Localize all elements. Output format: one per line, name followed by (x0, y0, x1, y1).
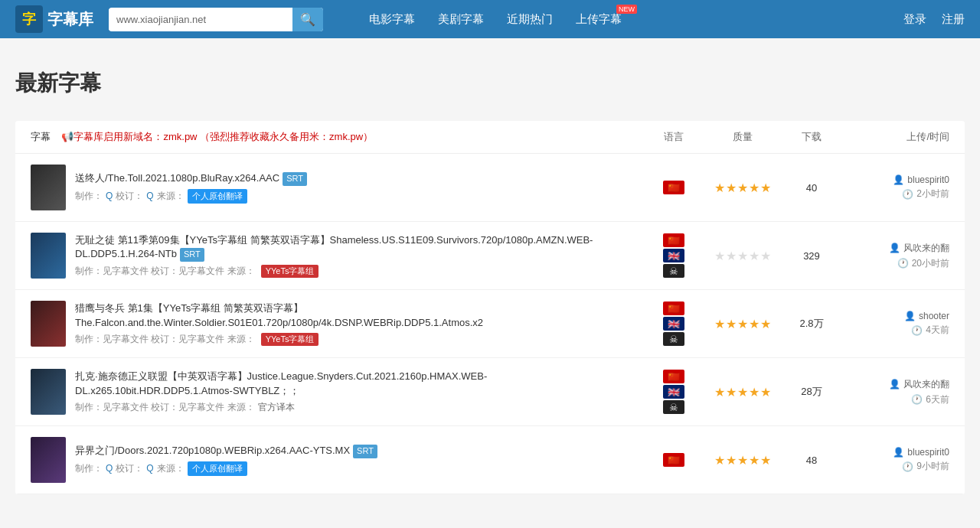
tag-srt: SRT (180, 248, 204, 261)
nav-hot[interactable]: 近期热门 (507, 12, 553, 27)
uploader-name: 👤 风吹来的翻 (842, 242, 949, 255)
star-filled: ★ (737, 181, 749, 194)
meta-check-link[interactable]: Q (146, 191, 153, 201)
star-empty: ★ (760, 249, 772, 262)
uploader-info: 👤 风吹来的翻 🕐 6天前 (842, 378, 949, 406)
star-rating: ★★★★★ (704, 453, 781, 468)
download-count: 48 (781, 455, 842, 466)
download-count: 28万 (781, 385, 842, 399)
tag-original: 个人原创翻译 (188, 189, 247, 204)
upload-time: 🕐 9小时前 (842, 460, 949, 473)
table-row: 无耻之徒 第11季第09集【YYeTs字幕组 简繁英双语字幕】Shameless… (15, 222, 965, 290)
star-empty: ★ (737, 249, 749, 262)
clock-icon: 🕐 (902, 461, 913, 472)
subtitle-link[interactable]: 猎鹰与冬兵 第1集【YYeTs字幕组 简繁英双语字幕】The.Falcon.an… (75, 302, 483, 328)
movie-thumbnail[interactable] (31, 369, 66, 415)
subtitle-meta: 制作：Q 校订：Q 来源：个人原创翻译 (75, 461, 643, 476)
uploader-name: 👤 shooter (842, 311, 949, 321)
subtitle-link[interactable]: 送终人/The.Toll.2021.1080p.BluRay.x264.AAC (75, 172, 279, 184)
uploader-username: 风吹来的翻 (903, 242, 949, 255)
tag-group: YYeTs字幕组 (261, 333, 319, 346)
star-filled: ★ (726, 454, 737, 467)
register-button[interactable]: 注册 (942, 12, 965, 27)
uploader-username: bluespirit0 (907, 447, 949, 458)
nav-movie[interactable]: 电影字幕 (369, 12, 415, 27)
meta-make-link[interactable]: Q (106, 463, 113, 474)
star-filled: ★ (737, 318, 749, 331)
user-icon: 👤 (893, 174, 904, 185)
logo[interactable]: 字 字幕库 (15, 5, 93, 33)
star-filled: ★ (749, 181, 760, 194)
uploader-username: shooter (919, 311, 949, 321)
subtitle-title: 送终人/The.Toll.2021.1080p.BluRay.x264.AACS… (75, 171, 643, 185)
flag-0: 🇨🇳 (663, 370, 684, 383)
user-icon: 👤 (889, 379, 900, 389)
star-filled: ★ (737, 386, 749, 399)
uploader-username: 风吹来的翻 (903, 378, 949, 391)
meta-check-link[interactable]: Q (146, 463, 153, 474)
subtitle-table: 字幕 📢字幕库启用新域名：zmk.pw （强烈推荐收藏永久备用米：zmk.pw）… (15, 121, 965, 494)
login-button[interactable]: 登录 (903, 12, 926, 27)
page-title: 最新字幕 (15, 69, 965, 98)
nav-us-drama[interactable]: 美剧字幕 (438, 12, 484, 27)
subtitle-meta: 制作：见字幕文件 校订：见字幕文件 来源：官方译本 (75, 401, 643, 414)
star-rating: ★★★★★ (704, 385, 781, 399)
upload-time: 🕐 4天前 (842, 324, 949, 337)
star-empty: ★ (749, 249, 760, 262)
clock-icon: 🕐 (902, 189, 913, 200)
flag-0: 🇨🇳 (663, 181, 684, 194)
col-subtitle-header: 字幕 📢字幕库启用新域名：zmk.pw （强烈推荐收藏永久备用米：zmk.pw） (31, 130, 643, 144)
subtitle-meta: 制作：Q 校订：Q 来源：个人原创翻译 (75, 189, 643, 204)
tag-group: YYeTs字幕组 (261, 265, 319, 278)
col-lang-label: 语言 (664, 131, 684, 142)
subtitle-link[interactable]: 异界之门/Doors.2021.720p1080p.WEBRip.x264.AA… (75, 445, 350, 456)
tag-srt: SRT (283, 172, 307, 185)
header-right: 登录 注册 (903, 12, 965, 27)
time-label: 6天前 (926, 393, 949, 406)
clock-icon: 🕐 (911, 325, 923, 336)
subtitle-title: 猎鹰与冬兵 第1集【YYeTs字幕组 简繁英双语字幕】The.Falcon.an… (75, 301, 643, 329)
logo-text: 字幕库 (47, 9, 93, 30)
table-body: 送终人/The.Toll.2021.1080p.BluRay.x264.AACS… (15, 154, 965, 494)
uploader-info: 👤 风吹来的翻 🕐 20小时前 (842, 242, 949, 270)
search-bar: 🔍 (109, 8, 323, 31)
nav-upload[interactable]: 上传字幕 (576, 12, 622, 27)
flag-1: 🇬🇧 (663, 317, 684, 331)
subtitle-meta: 制作：见字幕文件 校订：见字幕文件 来源：YYeTs字幕组 (75, 265, 643, 278)
subtitle-link[interactable]: 无耻之徒 第11季第09集【YYeTs字幕组 简繁英双语字幕】Shameless… (75, 234, 593, 259)
star-filled: ★ (760, 454, 772, 467)
star-rating: ★★★★★ (704, 317, 781, 331)
subtitle-info: 异界之门/Doors.2021.720p1080p.WEBRip.x264.AA… (75, 444, 643, 475)
flag-2: ☠ (663, 400, 684, 414)
meta-make-link[interactable]: Q (106, 191, 113, 201)
uploader-username: bluespirit0 (907, 174, 949, 185)
col-quality-label: 质量 (733, 131, 753, 142)
time-label: 4天前 (926, 324, 949, 337)
subtitle-info: 无耻之徒 第11季第09集【YYeTs字幕组 简繁英双语字幕】Shameless… (75, 233, 643, 278)
star-filled: ★ (749, 386, 760, 399)
flag-2: ☠ (663, 332, 684, 346)
subtitle-link[interactable]: 扎克·施奈德正义联盟【中英双语字幕】Justice.League.Snyders… (75, 370, 487, 396)
flag-0: 🇨🇳 (663, 453, 684, 467)
movie-thumbnail[interactable] (31, 165, 66, 210)
uploader-name: 👤 风吹来的翻 (842, 378, 949, 391)
flag-0: 🇨🇳 (663, 233, 684, 247)
movie-thumbnail[interactable] (31, 233, 66, 279)
user-icon: 👤 (904, 311, 916, 321)
user-icon: 👤 (889, 243, 900, 253)
header: 字 字幕库 🔍 电影字幕 美剧字幕 近期热门 上传字幕 登录 注册 (0, 0, 980, 38)
table-header: 字幕 📢字幕库启用新域名：zmk.pw （强烈推荐收藏永久备用米：zmk.pw）… (15, 121, 965, 154)
time-label: 2小时前 (916, 187, 949, 200)
movie-thumbnail[interactable] (31, 437, 66, 483)
clock-icon: 🕐 (911, 394, 923, 405)
search-button[interactable]: 🔍 (292, 8, 323, 31)
star-filled: ★ (760, 318, 772, 331)
lang-flags: 🇨🇳🇬🇧☠ (643, 370, 704, 414)
search-input[interactable] (109, 9, 292, 30)
user-icon: 👤 (893, 447, 904, 458)
subtitle-info: 送终人/The.Toll.2021.1080p.BluRay.x264.AACS… (75, 171, 643, 203)
movie-thumbnail[interactable] (31, 301, 66, 347)
star-rating: ★★★★★ (704, 249, 781, 263)
table-row: 猎鹰与冬兵 第1集【YYeTs字幕组 简繁英双语字幕】The.Falcon.an… (15, 290, 965, 358)
subtitle-info: 扎克·施奈德正义联盟【中英双语字幕】Justice.League.Snyders… (75, 370, 643, 413)
